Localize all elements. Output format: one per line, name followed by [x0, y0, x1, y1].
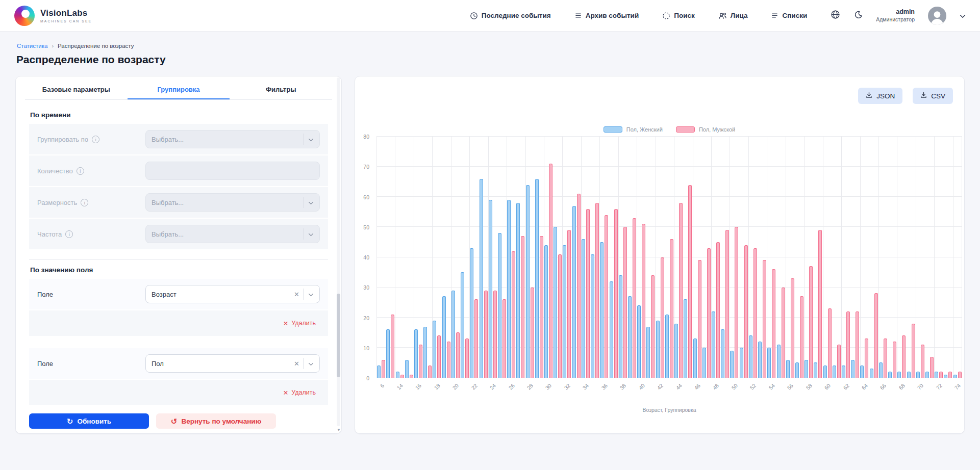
- bar-group: [943, 137, 952, 378]
- bar-female: [572, 206, 576, 378]
- quantity-input[interactable]: [145, 162, 320, 180]
- top-navbar: VisionLabs MACHINES CAN SEE Последние со…: [0, 0, 980, 32]
- nav-item-faces[interactable]: Лица: [718, 12, 748, 20]
- bar-female: [610, 281, 613, 378]
- chevron-down-icon: [308, 360, 314, 368]
- delete-field-age-link[interactable]: ✕ Удалить: [283, 320, 316, 327]
- bar-group: [572, 137, 581, 378]
- bar-male: [921, 345, 924, 378]
- group-by-select[interactable]: Выбрать...: [145, 130, 320, 148]
- download-json-button[interactable]: JSON: [858, 88, 902, 104]
- clear-icon[interactable]: ✕: [294, 360, 299, 367]
- y-tick-label: 10: [363, 345, 369, 351]
- legend-item-male[interactable]: Пол, Мужской: [676, 126, 735, 133]
- bar-group: [823, 137, 832, 378]
- bar-female: [851, 360, 855, 378]
- tab-grouping[interactable]: Группировка: [128, 80, 230, 99]
- dimension-row: Размерность i Выбрать...: [29, 187, 328, 219]
- bar-female: [637, 305, 641, 378]
- bar-group: [395, 137, 404, 378]
- frequency-label: Частота i: [37, 230, 145, 238]
- bar-male: [661, 257, 664, 378]
- nav-item-search[interactable]: Поиск: [662, 12, 695, 20]
- field-age-select[interactable]: Возраст ✕: [145, 285, 320, 303]
- bar-group: [711, 137, 720, 378]
- globe-icon: [831, 10, 840, 21]
- breadcrumb-statistics-link[interactable]: Статистика: [17, 43, 47, 49]
- field-gender-label: Поле: [37, 360, 145, 368]
- bar-female: [740, 348, 743, 378]
- reset-defaults-button[interactable]: ↺ Вернуть по умолчанию: [156, 413, 276, 429]
- bar-male: [540, 236, 543, 378]
- bar-male: [884, 338, 887, 378]
- bar-group: [758, 137, 767, 378]
- y-tick-label: 20: [363, 315, 369, 321]
- x-axis-labels: 6141618202224262830323436384042444648505…: [376, 378, 962, 399]
- bar-female: [600, 242, 604, 378]
- info-icon[interactable]: i: [77, 167, 84, 175]
- legend-item-female[interactable]: Пол, Женский: [604, 126, 663, 133]
- delete-field-gender-link[interactable]: ✕ Удалить: [283, 389, 316, 397]
- legend-swatch-female: [604, 126, 622, 133]
- bar-group: [906, 137, 915, 378]
- scroll-down-arrow-icon[interactable]: ▼: [337, 428, 341, 432]
- bar-male: [948, 372, 952, 378]
- frequency-select[interactable]: Выбрать...: [145, 225, 320, 243]
- info-icon[interactable]: i: [81, 199, 88, 206]
- bar-female: [526, 185, 530, 378]
- panel-scrollbar-track[interactable]: [337, 77, 340, 426]
- bar-group: [841, 137, 850, 378]
- bar-male: [474, 299, 478, 378]
- field-gender-select[interactable]: Пол ✕: [145, 354, 320, 373]
- user-menu-chevron[interactable]: [960, 11, 966, 20]
- update-button[interactable]: ↻ Обновить: [29, 413, 149, 429]
- bar-female: [749, 335, 752, 378]
- panel-scrollbar-thumb[interactable]: [337, 294, 340, 377]
- tab-basic-parameters[interactable]: Базовые параметры: [25, 80, 128, 99]
- time-section-title: По времени: [30, 111, 328, 119]
- bar-female: [628, 296, 632, 378]
- y-tick-label: 30: [363, 284, 369, 291]
- tab-filters[interactable]: Фильтры: [230, 80, 332, 99]
- bar-group: [414, 137, 423, 378]
- info-icon[interactable]: i: [65, 230, 73, 238]
- bar-male: [605, 215, 608, 378]
- dimension-select[interactable]: Выбрать...: [145, 193, 320, 212]
- bar-male: [447, 342, 450, 378]
- bar-female: [619, 275, 622, 378]
- nav-item-lists[interactable]: Списки: [771, 12, 807, 19]
- bar-male: [419, 345, 422, 378]
- bar-female: [684, 299, 687, 378]
- bar-group: [432, 137, 441, 378]
- bar-male: [800, 296, 803, 378]
- avatar[interactable]: [928, 7, 946, 25]
- clear-icon[interactable]: ✕: [294, 291, 299, 298]
- info-icon[interactable]: i: [92, 136, 99, 143]
- bar-male: [763, 260, 766, 378]
- brand-tagline: MACHINES CAN SEE: [40, 19, 92, 23]
- bar-female: [916, 372, 920, 378]
- bar-female: [944, 375, 947, 378]
- bar-female: [795, 362, 799, 378]
- y-tick-label: 70: [363, 164, 369, 170]
- bar-group: [553, 137, 562, 378]
- nav-item-latest-events[interactable]: Последние события: [470, 12, 551, 20]
- bar-male: [428, 365, 432, 378]
- brand-logo-block[interactable]: VisionLabs MACHINES CAN SEE: [14, 6, 92, 26]
- bar-group: [637, 137, 646, 378]
- y-tick-label: 80: [363, 134, 369, 140]
- bar-group: [376, 137, 386, 378]
- nav-item-event-archive[interactable]: Архив событий: [574, 12, 639, 19]
- bar-group: [516, 137, 525, 378]
- language-globe-button[interactable]: [831, 10, 840, 21]
- bar-female: [888, 372, 892, 378]
- bar-female: [591, 254, 594, 378]
- bar-group: [934, 137, 943, 378]
- bar-female: [377, 365, 381, 378]
- theme-toggle-button[interactable]: [853, 10, 863, 21]
- bar-group: [692, 137, 701, 378]
- bar-female: [814, 362, 817, 378]
- download-csv-button[interactable]: CSV: [913, 88, 953, 104]
- bar-female: [897, 372, 901, 378]
- bar-female: [423, 327, 427, 378]
